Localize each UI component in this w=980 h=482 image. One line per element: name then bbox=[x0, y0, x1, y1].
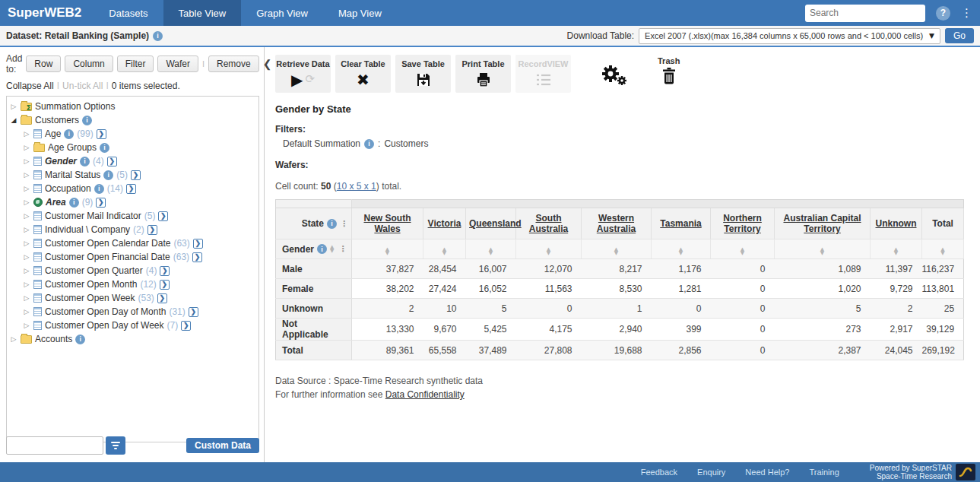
expand-icon[interactable]: ▷ bbox=[10, 335, 17, 343]
info-icon[interactable]: i bbox=[64, 129, 74, 139]
collapse-icon[interactable]: ◢ bbox=[10, 116, 17, 124]
row-axis-cell[interactable]: Gender i ▲▼ ⋮ bbox=[276, 239, 352, 259]
expand-icon[interactable]: ▷ bbox=[23, 267, 30, 274]
expand-icon[interactable]: ▷ bbox=[23, 130, 30, 138]
sort-icon[interactable]: ▲▼ bbox=[679, 248, 683, 255]
sort-icon[interactable]: ▲▼ bbox=[547, 248, 550, 255]
col-header-wa[interactable]: Western Australia bbox=[582, 208, 652, 239]
search-box[interactable] bbox=[805, 5, 925, 22]
expand-icon[interactable]: ▷ bbox=[23, 185, 30, 192]
sort-icon[interactable]: ▲▼ bbox=[820, 248, 824, 255]
tree-item-individual-company[interactable]: ▷ Individual \ Company (2) ❯ bbox=[7, 223, 258, 236]
training-link[interactable]: Training bbox=[809, 468, 839, 477]
save-table-button[interactable]: Save Table bbox=[395, 55, 451, 93]
col-header-tas[interactable]: Tasmania bbox=[652, 208, 711, 239]
remove-button[interactable]: Remove bbox=[208, 55, 259, 72]
sort-icon[interactable]: ▲▼ bbox=[330, 246, 334, 253]
expand-icon[interactable]: ▷ bbox=[23, 212, 30, 220]
tree-item-customers[interactable]: ◢ Customers i bbox=[7, 113, 258, 127]
expand-icon[interactable]: ▷ bbox=[23, 281, 30, 288]
quick-add-icon[interactable]: ❯ bbox=[160, 266, 170, 276]
cell-dims-link[interactable]: 10 x 5 x 1 bbox=[337, 181, 376, 192]
info-icon[interactable]: i bbox=[69, 198, 79, 208]
quick-add-icon[interactable]: ❯ bbox=[107, 157, 117, 166]
quick-add-icon[interactable]: ❯ bbox=[181, 321, 191, 331]
quick-add-icon[interactable]: ❯ bbox=[158, 211, 168, 221]
expand-icon[interactable]: ▷ bbox=[23, 171, 30, 179]
sort-icon[interactable]: ▲▼ bbox=[489, 248, 493, 255]
tree-item-open-day-of-week[interactable]: ▷ Customer Open Day of Week (7) ❯ bbox=[7, 319, 258, 332]
add-row-button[interactable]: Row bbox=[26, 55, 61, 72]
tree-item-marital-status[interactable]: ▷ Marital Status i (5) ❯ bbox=[7, 168, 258, 182]
sort-cell[interactable]: ▲▼ bbox=[711, 239, 775, 259]
table-options-button[interactable] bbox=[601, 55, 627, 85]
row-menu-icon[interactable]: ⋮ bbox=[338, 244, 347, 254]
col-header-sa[interactable]: South Australia bbox=[516, 208, 582, 239]
tab-map-view[interactable]: Map View bbox=[323, 0, 397, 26]
sort-icon[interactable]: ▲▼ bbox=[442, 248, 446, 255]
col-header-nsw[interactable]: New South Wales bbox=[352, 208, 423, 239]
add-wafer-button[interactable]: Wafer bbox=[157, 55, 198, 72]
info-icon[interactable]: i bbox=[80, 157, 90, 166]
expand-icon[interactable]: ▷ bbox=[23, 322, 30, 329]
quick-add-icon[interactable]: ❯ bbox=[147, 225, 157, 235]
tree-item-summation-options[interactable]: ▷ Σ Summation Options bbox=[7, 100, 258, 113]
column-axis-cell[interactable]: State i ⋮ bbox=[276, 208, 352, 239]
search-input[interactable] bbox=[810, 8, 928, 18]
quick-add-icon[interactable]: ❯ bbox=[160, 280, 170, 290]
info-icon[interactable]: i bbox=[75, 335, 85, 344]
tree-item-customer-mail-indicator[interactable]: ▷ Customer Mail Indicator (5) ❯ bbox=[7, 209, 258, 223]
tree-item-open-calendar-date[interactable]: ▷ Customer Open Calendar Date (63) ❯ bbox=[7, 236, 258, 250]
expand-icon[interactable]: ▷ bbox=[23, 198, 30, 206]
expand-icon[interactable]: ▷ bbox=[23, 226, 30, 233]
tree-item-age[interactable]: ▷ Age i (99) ❯ bbox=[7, 127, 258, 141]
col-header-qld[interactable]: Queensland bbox=[466, 208, 516, 239]
more-menu-icon[interactable]: ⋮ bbox=[961, 6, 972, 20]
tree-item-open-day-of-month[interactable]: ▷ Customer Open Day of Month (31) ❯ bbox=[7, 305, 258, 319]
dataset-info-icon[interactable]: i bbox=[153, 31, 163, 41]
quick-add-icon[interactable]: ❯ bbox=[193, 239, 203, 249]
tree-item-age-groups[interactable]: ▷ Age Groups i bbox=[7, 141, 258, 154]
col-header-nt[interactable]: Northern Territory bbox=[711, 208, 775, 239]
info-icon[interactable]: i bbox=[100, 143, 109, 153]
download-go-button[interactable]: Go bbox=[945, 28, 974, 43]
expand-icon[interactable]: ▷ bbox=[23, 239, 30, 247]
quick-add-icon[interactable]: ❯ bbox=[192, 252, 202, 262]
tree-item-open-week[interactable]: ▷ Customer Open Week (53) ❯ bbox=[7, 291, 258, 305]
expand-icon[interactable]: ▷ bbox=[23, 294, 30, 302]
need-help-link[interactable]: Need Help? bbox=[745, 468, 789, 477]
tree-item-open-quarter[interactable]: ▷ Customer Open Quarter (4) ❯ bbox=[7, 264, 258, 277]
tree-item-open-month[interactable]: ▷ Customer Open Month (12) ❯ bbox=[7, 277, 258, 291]
data-confidentiality-link[interactable]: Data Confidentiality bbox=[385, 389, 465, 400]
sort-cell[interactable]: ▲▼ bbox=[922, 239, 964, 259]
tree-item-gender[interactable]: ▷ Gender i (4) ❯ bbox=[7, 154, 258, 168]
print-table-button[interactable]: Print Table bbox=[455, 55, 511, 93]
info-icon[interactable]: i bbox=[94, 184, 104, 194]
sort-icon[interactable]: ▲▼ bbox=[614, 248, 618, 255]
info-icon[interactable]: i bbox=[317, 244, 327, 254]
sort-cell[interactable]: ▲▼ bbox=[775, 239, 871, 259]
retrieve-data-button[interactable]: Retrieve Data ▶⟳ bbox=[275, 55, 331, 93]
col-header-unknown[interactable]: Unknown bbox=[871, 208, 922, 239]
sort-icon[interactable]: ▲▼ bbox=[741, 248, 744, 255]
col-header-vic[interactable]: Victoria bbox=[423, 208, 466, 239]
info-icon[interactable]: i bbox=[327, 219, 337, 229]
sort-cell[interactable]: ▲▼ bbox=[423, 239, 466, 259]
add-filter-button[interactable]: Filter bbox=[117, 55, 154, 72]
sort-cell[interactable]: ▲▼ bbox=[871, 239, 922, 259]
quick-add-icon[interactable]: ❯ bbox=[157, 293, 167, 303]
quick-add-icon[interactable]: ❯ bbox=[96, 198, 106, 208]
feedback-link[interactable]: Feedback bbox=[641, 468, 677, 477]
tab-table-view[interactable]: Table View bbox=[163, 0, 242, 26]
sort-cell[interactable]: ▲▼ bbox=[352, 239, 423, 259]
tree-filter-button[interactable] bbox=[106, 436, 125, 455]
collapse-all-link[interactable]: Collapse All bbox=[6, 81, 54, 91]
untick-all-link[interactable]: Un-tick All bbox=[62, 81, 103, 91]
quick-add-icon[interactable]: ❯ bbox=[189, 307, 198, 317]
trash-button[interactable]: Trash bbox=[658, 55, 680, 84]
sort-cell[interactable]: ▲▼ bbox=[516, 239, 582, 259]
tree-filter-input[interactable] bbox=[6, 436, 103, 455]
tab-datasets[interactable]: Datasets bbox=[94, 0, 163, 26]
sort-icon[interactable]: ▲▼ bbox=[385, 248, 389, 255]
expand-icon[interactable]: ▷ bbox=[23, 157, 30, 165]
